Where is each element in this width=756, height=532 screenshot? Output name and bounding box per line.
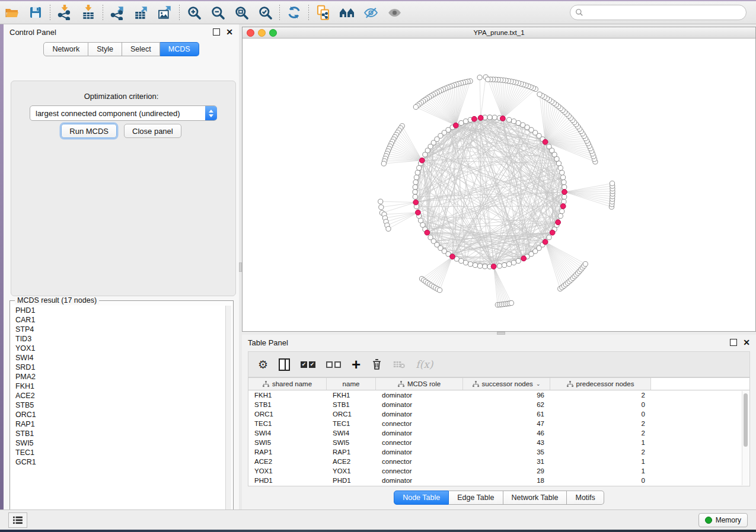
mcds-node[interactable] — [415, 210, 420, 215]
table-cell[interactable]: 0 — [550, 409, 651, 419]
network-leaf-node[interactable] — [413, 105, 418, 110]
mcds-result-item[interactable]: STB1 — [12, 429, 226, 438]
network-leaf-node[interactable] — [509, 300, 513, 305]
network-node[interactable] — [414, 175, 419, 180]
scrollbar-thumb[interactable] — [744, 393, 748, 447]
column-header-mcds-role[interactable]: MCDS role — [376, 378, 463, 390]
table-row[interactable]: FKH1FKH1dominator962 — [248, 390, 749, 400]
network-node[interactable] — [558, 165, 563, 170]
network-node[interactable] — [417, 165, 422, 170]
table-cell[interactable]: PHD1 — [327, 476, 376, 485]
save-session-button[interactable] — [24, 3, 47, 22]
table-cell[interactable]: 96 — [463, 390, 550, 400]
table-cell[interactable]: 61 — [463, 409, 550, 419]
table-cell[interactable]: 0 — [550, 400, 651, 409]
tab-node-table[interactable]: Node Table — [394, 491, 449, 505]
table-cell[interactable]: RAP1 — [327, 447, 376, 457]
network-leaf-node[interactable] — [610, 181, 614, 185]
tab-select[interactable]: Select — [122, 42, 160, 56]
network-leaf-node[interactable] — [386, 226, 391, 231]
table-cell[interactable]: 35 — [463, 447, 550, 457]
column-header-shared-name[interactable]: shared name — [248, 378, 327, 390]
tab-edge-table[interactable]: Edge Table — [449, 491, 503, 505]
hide-selected-button[interactable] — [359, 3, 382, 22]
close-table-panel-button[interactable]: ✕ — [743, 339, 750, 345]
delete-table-button[interactable] — [393, 360, 405, 369]
network-node[interactable] — [459, 120, 464, 125]
network-node[interactable] — [516, 258, 521, 263]
table-cell[interactable]: SWI4 — [248, 428, 327, 438]
table-cell[interactable]: ORC1 — [248, 409, 327, 419]
table-cell[interactable]: YOX1 — [327, 466, 376, 476]
tab-network[interactable]: Network — [43, 42, 88, 56]
show-columns-button[interactable] — [279, 358, 290, 371]
deselect-all-button[interactable] — [326, 361, 341, 368]
network-node[interactable] — [487, 115, 492, 120]
mcds-result-item[interactable]: YOX1 — [12, 344, 226, 353]
table-row[interactable]: YOX1YOX1connector291 — [248, 466, 749, 476]
mcds-result-item[interactable]: SWI5 — [12, 438, 226, 448]
close-mcds-panel-button[interactable]: Close panel — [124, 124, 181, 138]
mcds-result-list[interactable]: PHD1CAR1STP4TID3YOX1SWI4SRD1PMA2FKH1ACE2… — [12, 306, 226, 520]
network-leaf-node[interactable] — [477, 75, 482, 80]
mcds-node[interactable] — [543, 239, 548, 245]
import-network-button[interactable] — [53, 3, 76, 22]
network-node[interactable] — [418, 218, 423, 223]
table-row[interactable]: STB1STB1dominator620 — [248, 400, 749, 409]
network-node[interactable] — [413, 185, 417, 190]
network-node[interactable] — [463, 119, 468, 124]
network-node[interactable] — [502, 262, 506, 267]
network-leaf-node[interactable] — [437, 288, 442, 293]
task-history-button[interactable] — [8, 512, 27, 528]
mcds-result-item[interactable]: STP4 — [12, 325, 226, 334]
zoom-out-button[interactable] — [206, 3, 229, 22]
mcds-node[interactable] — [491, 264, 496, 269]
table-cell[interactable]: 1 — [550, 457, 651, 466]
column-header-successor-nodes[interactable]: successor nodes ⌄ — [463, 378, 550, 390]
search-input[interactable] — [583, 8, 741, 17]
table-cell[interactable]: dominator — [376, 409, 463, 419]
export-table-button[interactable] — [129, 3, 153, 22]
table-cell[interactable]: 1 — [550, 438, 651, 447]
network-leaf-node[interactable] — [537, 92, 542, 97]
table-cell[interactable]: PHD1 — [248, 476, 327, 485]
mcds-node[interactable] — [543, 139, 548, 145]
table-cell[interactable]: 18 — [463, 476, 550, 485]
network-node[interactable] — [511, 119, 516, 124]
new-network-from-selection-button[interactable] — [311, 3, 335, 22]
import-table-button[interactable] — [76, 3, 100, 22]
network-leaf-node[interactable] — [379, 205, 384, 210]
mcds-result-scrollbar[interactable] — [225, 306, 231, 520]
mcds-result-item[interactable]: GCR1 — [12, 457, 226, 467]
network-leaf-node[interactable] — [486, 77, 490, 82]
mcds-node[interactable] — [521, 256, 527, 261]
table-cell[interactable]: FKH1 — [327, 390, 376, 400]
float-panel-button[interactable] — [213, 28, 220, 36]
network-node[interactable] — [492, 115, 497, 120]
network-node[interactable] — [483, 264, 487, 269]
mcds-node[interactable] — [419, 158, 425, 163]
network-node[interactable] — [507, 117, 512, 122]
mcds-node[interactable] — [560, 204, 566, 209]
table-cell[interactable]: 47 — [463, 419, 550, 428]
network-node[interactable] — [413, 190, 417, 194]
network-node[interactable] — [459, 258, 464, 263]
run-mcds-button[interactable]: Run MCDS — [61, 124, 117, 138]
table-cell[interactable]: ACE2 — [327, 457, 376, 466]
open-session-button[interactable] — [0, 3, 24, 22]
table-cell[interactable]: 31 — [463, 457, 550, 466]
network-node[interactable] — [560, 170, 564, 175]
zoom-selected-button[interactable] — [253, 3, 277, 22]
table-cell[interactable]: TEC1 — [248, 419, 327, 428]
table-cell[interactable]: SWI4 — [327, 428, 376, 438]
table-cell[interactable]: 2 — [550, 428, 651, 438]
table-cell[interactable]: ACE2 — [248, 457, 327, 466]
table-row[interactable]: ACE2ACE2connector311 — [248, 457, 749, 466]
network-node[interactable] — [521, 123, 525, 127]
table-cell[interactable]: connector — [376, 419, 463, 428]
table-cell[interactable]: STB1 — [248, 400, 327, 409]
table-cell[interactable]: RAP1 — [248, 447, 327, 457]
table-cell[interactable]: SWI5 — [327, 438, 376, 447]
table-cell[interactable]: TEC1 — [327, 419, 376, 428]
network-node[interactable] — [516, 120, 521, 125]
